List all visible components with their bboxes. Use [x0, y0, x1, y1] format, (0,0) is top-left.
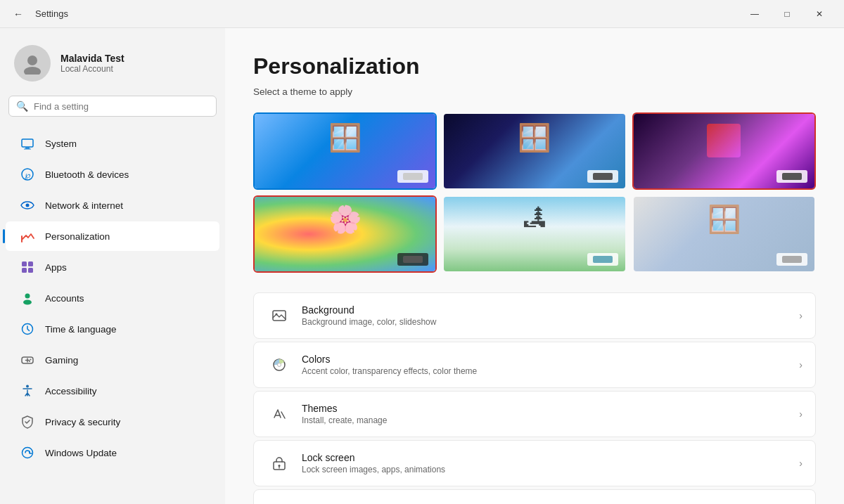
- nav-label-network: Network & internet: [45, 200, 123, 211]
- theme-card-3[interactable]: [632, 112, 816, 190]
- close-button[interactable]: ✕: [803, 0, 836, 28]
- svg-point-7: [26, 204, 30, 207]
- sidebar: Malavida Test Local Account 🔍 System: [0, 28, 225, 504]
- svg-point-13: [25, 294, 30, 299]
- background-label: Background: [302, 304, 799, 316]
- nav-item-bluetooth[interactable]: ℘ Bluetooth & devices: [6, 160, 219, 189]
- chevron-icon: ›: [799, 458, 803, 469]
- lockscreen-icon: [267, 451, 292, 476]
- settings-item-lockscreen[interactable]: Lock screen Lock screen images, apps, an…: [253, 440, 816, 486]
- svg-point-22: [23, 448, 33, 458]
- lockscreen-text: Lock screen Lock screen images, apps, an…: [302, 452, 799, 474]
- theme-grid: 🪟 🪟: [253, 112, 816, 273]
- colors-icon: [267, 352, 292, 377]
- svg-point-19: [30, 359, 32, 361]
- svg-point-26: [278, 363, 281, 367]
- settings-list: Background Background image, color, slid…: [253, 292, 816, 504]
- lockscreen-label: Lock screen: [302, 452, 799, 463]
- user-section[interactable]: Malavida Test Local Account: [0, 39, 225, 96]
- network-icon: [20, 198, 35, 213]
- theme-card-6[interactable]: 🪟: [632, 195, 816, 273]
- app-body: Malavida Test Local Account 🔍 System: [0, 28, 844, 504]
- bluetooth-icon: ℘: [20, 167, 35, 182]
- nav-label-update: Windows Update: [45, 448, 117, 458]
- svg-rect-4: [24, 149, 31, 150]
- svg-rect-9: [22, 261, 27, 266]
- chevron-icon: ›: [799, 310, 803, 321]
- nav-label-accounts: Accounts: [45, 293, 84, 304]
- title-bar: ← Settings — □ ✕: [0, 0, 844, 28]
- accessibility-icon: [20, 383, 35, 399]
- theme-card-5[interactable]: 🏞: [442, 195, 626, 273]
- chevron-icon: ›: [799, 359, 803, 370]
- search-input[interactable]: [34, 101, 209, 112]
- svg-text:℘: ℘: [25, 170, 30, 180]
- nav-item-privacy[interactable]: Privacy & security: [6, 407, 219, 437]
- time-icon: [20, 321, 35, 337]
- back-button[interactable]: ←: [8, 4, 28, 24]
- minimize-button[interactable]: —: [738, 0, 771, 28]
- nav-item-time[interactable]: Time & language: [6, 314, 219, 344]
- themes-text: Themes Install, create, manage: [302, 403, 799, 425]
- nav-item-gaming[interactable]: Gaming: [6, 345, 219, 375]
- accounts-icon: [20, 290, 35, 306]
- theme-card-2[interactable]: 🪟: [442, 112, 626, 190]
- chevron-icon: ›: [799, 408, 803, 420]
- settings-item-colors[interactable]: Colors Accent color, transparency effect…: [253, 342, 816, 388]
- themes-desc: Install, create, manage: [302, 415, 799, 425]
- svg-point-21: [26, 385, 29, 388]
- svg-point-20: [29, 361, 30, 362]
- nav-item-accessibility[interactable]: Accessibility: [6, 376, 219, 406]
- search-box[interactable]: 🔍: [8, 96, 217, 117]
- user-info: Malavida Test Local Account: [60, 53, 124, 74]
- apps-icon: [20, 259, 35, 275]
- nav-label-apps: Apps: [45, 262, 67, 273]
- main-content: Personalization Select a theme to apply …: [225, 28, 844, 504]
- update-icon: [20, 445, 35, 460]
- nav-label-personalization: Personalization: [45, 231, 110, 242]
- theme-subtitle: Select a theme to apply: [253, 86, 816, 97]
- personalization-icon: [20, 228, 35, 244]
- svg-rect-3: [25, 148, 30, 149]
- nav-item-personalization[interactable]: Personalization: [6, 221, 219, 251]
- privacy-icon: [20, 414, 35, 429]
- nav-item-system[interactable]: System: [6, 129, 219, 158]
- nav-label-time: Time & language: [45, 324, 117, 335]
- nav-item-network[interactable]: Network & internet: [6, 190, 219, 220]
- svg-rect-12: [28, 268, 33, 273]
- nav-label-gaming: Gaming: [45, 355, 78, 366]
- colors-label: Colors: [302, 354, 799, 365]
- nav-item-update[interactable]: Windows Update: [6, 438, 219, 467]
- page-title: Personalization: [253, 53, 816, 79]
- svg-point-24: [276, 314, 278, 316]
- nav-label-accessibility: Accessibility: [45, 386, 97, 396]
- themes-label: Themes: [302, 403, 799, 414]
- system-icon: [20, 136, 35, 151]
- svg-rect-2: [22, 139, 33, 147]
- background-text: Background Background image, color, slid…: [302, 304, 799, 327]
- nav-label-system: System: [45, 138, 77, 149]
- settings-item-background[interactable]: Background Background image, color, slid…: [253, 292, 816, 339]
- nav-item-apps[interactable]: Apps: [6, 252, 219, 282]
- theme-card-4[interactable]: 🌸: [253, 195, 437, 273]
- search-icon: 🔍: [16, 101, 28, 112]
- maximize-button[interactable]: □: [771, 0, 803, 28]
- settings-item-touchkeyboard[interactable]: Touch keyboard ›: [253, 489, 816, 504]
- window-controls: — □ ✕: [738, 0, 836, 28]
- theme-card-1[interactable]: 🪟: [253, 112, 437, 190]
- settings-item-themes[interactable]: Themes Install, create, manage ›: [253, 391, 816, 437]
- svg-point-14: [23, 300, 32, 305]
- background-icon: [267, 303, 292, 328]
- colors-desc: Accent color, transparency effects, colo…: [302, 366, 799, 376]
- themes-icon: [267, 401, 292, 427]
- svg-rect-10: [28, 261, 33, 266]
- svg-point-1: [24, 67, 41, 75]
- svg-point-0: [27, 56, 37, 65]
- nav-label-bluetooth: Bluetooth & devices: [45, 169, 129, 180]
- lockscreen-desc: Lock screen images, apps, animations: [302, 465, 799, 474]
- avatar: [14, 45, 51, 82]
- background-desc: Background image, color, slideshow: [302, 317, 799, 327]
- nav-item-accounts[interactable]: Accounts: [6, 283, 219, 313]
- user-type: Local Account: [60, 64, 124, 74]
- colors-text: Colors Accent color, transparency effect…: [302, 354, 799, 376]
